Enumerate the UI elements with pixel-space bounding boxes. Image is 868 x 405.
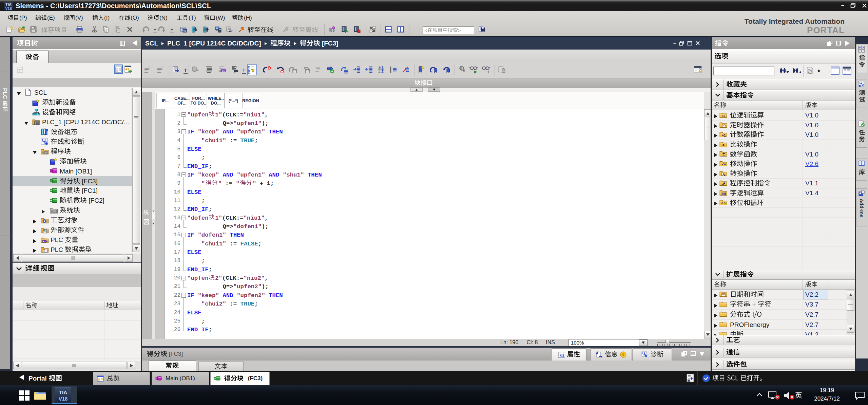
svg-text:01: 01 bbox=[184, 29, 187, 32]
svg-text:RT: RT bbox=[229, 30, 233, 33]
svg-text:?: ? bbox=[332, 29, 335, 33]
svg-text:DB: DB bbox=[722, 192, 726, 196]
svg-text:01: 01 bbox=[222, 69, 225, 72]
svg-text:+1: +1 bbox=[722, 134, 726, 137]
